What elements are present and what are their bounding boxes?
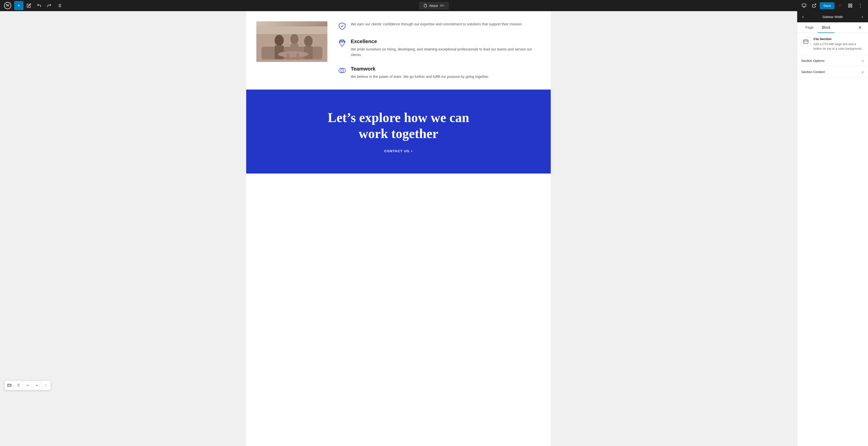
sidebar: ‹ Sidebar Width › Page Block ✕ Cta Secti… xyxy=(797,11,868,446)
section-options-accordion: Section Options ∨ xyxy=(797,55,868,66)
excellence-description: We pride ourselves on hiring, developing… xyxy=(351,46,535,58)
svg-point-19 xyxy=(290,34,299,44)
wp-logo-circle: W xyxy=(4,2,11,9)
undo-button[interactable] xyxy=(34,1,44,10)
save-button[interactable]: Save xyxy=(820,2,835,9)
teamwork-icon xyxy=(338,66,347,75)
teamwork-description: We believe in the power of team. We go f… xyxy=(351,74,489,79)
content-section: We earn our clients' confidence through … xyxy=(246,11,551,90)
block-info: Cta Section Add a CTA with large text an… xyxy=(797,33,868,55)
wp-logo[interactable]: W xyxy=(3,1,12,10)
values-list: We earn our clients' confidence through … xyxy=(338,21,535,79)
trust-value-item: We earn our clients' confidence through … xyxy=(338,21,535,30)
svg-rect-24 xyxy=(287,53,289,60)
sidebar-nav-next-button[interactable]: › xyxy=(860,13,865,20)
section-options-label: Section Options xyxy=(801,59,825,63)
trust-icon xyxy=(338,21,347,30)
cta-link-arrow: › xyxy=(411,149,413,153)
tab-block[interactable]: Block xyxy=(818,22,835,33)
block-name: Cta Section xyxy=(813,37,864,41)
excellence-value-item: Excellence We pride ourselves on hiring,… xyxy=(338,38,535,58)
svg-rect-13 xyxy=(851,6,852,7)
preview-button[interactable] xyxy=(810,1,819,10)
svg-point-21 xyxy=(304,36,313,46)
sidebar-header: ‹ Sidebar Width › xyxy=(797,11,868,22)
content-image xyxy=(256,21,328,62)
more-options-button[interactable]: ⋮ xyxy=(856,1,865,10)
canvas-inner: We earn our clients' confidence through … xyxy=(246,11,551,446)
section-content-chevron: ∨ xyxy=(862,70,864,74)
cta-link[interactable]: CONTACT US › xyxy=(384,149,413,153)
section-options-chevron: ∨ xyxy=(862,59,864,63)
floating-toolbar: ⠿ ⋮ xyxy=(5,381,51,390)
drag-handle-button[interactable]: ⠿ xyxy=(14,381,23,390)
block-type-icon xyxy=(801,37,810,46)
redo-button[interactable] xyxy=(45,1,54,10)
main-area: We earn our clients' confidence through … xyxy=(0,11,868,446)
cta-section: Let’s explore how we can work together C… xyxy=(246,90,551,173)
svg-rect-6 xyxy=(802,4,806,7)
svg-rect-12 xyxy=(848,6,850,7)
add-block-button[interactable]: + xyxy=(14,1,23,10)
excellence-icon xyxy=(338,38,347,48)
section-content-label: Section Content xyxy=(801,70,825,74)
canvas: We earn our clients' confidence through … xyxy=(0,11,797,446)
list-view-button[interactable] xyxy=(55,1,64,10)
svg-point-33 xyxy=(341,68,345,73)
move-up-button[interactable] xyxy=(23,381,32,390)
page-title-button[interactable]: About ⌘K xyxy=(419,2,449,9)
teamwork-title: Teamwork xyxy=(351,66,489,72)
section-content-header[interactable]: Section Content ∨ xyxy=(797,66,868,77)
trust-content: We earn our clients' confidence through … xyxy=(351,21,523,27)
people-image-svg xyxy=(256,26,328,62)
excellence-title: Excellence xyxy=(351,38,535,44)
svg-rect-36 xyxy=(804,40,808,43)
toolbar-center: About ⌘K xyxy=(419,2,449,9)
excellence-content: Excellence We pride ourselves on hiring,… xyxy=(351,38,535,58)
sidebar-nav-prev-button[interactable]: ‹ xyxy=(800,13,806,20)
trust-description: We earn our clients' confidence through … xyxy=(351,21,523,27)
edit-button[interactable] xyxy=(24,1,33,10)
cta-link-label: CONTACT US xyxy=(384,149,409,153)
sidebar-tabs: Page Block ✕ xyxy=(797,22,868,33)
section-options-header[interactable]: Section Options ∨ xyxy=(797,55,868,66)
image-placeholder xyxy=(256,21,328,62)
cta-title: Let’s explore how we can work together xyxy=(322,110,475,141)
svg-line-9 xyxy=(814,4,816,6)
block-type-button[interactable] xyxy=(5,381,14,390)
tab-page[interactable]: Page xyxy=(801,22,818,33)
svg-point-32 xyxy=(339,68,343,73)
view-button[interactable] xyxy=(800,1,809,10)
settings-button[interactable] xyxy=(846,1,855,10)
svg-rect-25 xyxy=(297,53,299,60)
svg-point-17 xyxy=(275,35,284,46)
page-shortcut: ⌘K xyxy=(440,4,444,7)
block-details: Cta Section Add a CTA with large text an… xyxy=(813,37,864,51)
yoast-button[interactable]: Y! xyxy=(836,1,845,10)
svg-point-23 xyxy=(278,51,308,57)
svg-rect-11 xyxy=(851,4,852,5)
sidebar-close-button[interactable]: ✕ xyxy=(856,22,864,33)
teamwork-value-item: Teamwork We believe in the power of team… xyxy=(338,66,535,79)
section-content-accordion: Section Content ∨ xyxy=(797,66,868,77)
teamwork-content: Teamwork We believe in the power of team… xyxy=(351,66,489,79)
toolbar-right: Save Y! ⋮ xyxy=(800,1,865,10)
svg-rect-10 xyxy=(848,4,850,5)
move-down-button[interactable] xyxy=(32,381,41,390)
svg-rect-34 xyxy=(8,384,11,387)
block-description: Add a CTA with large text and a button o… xyxy=(813,42,864,51)
top-toolbar: W + About ⌘K Save Y! ⋮ xyxy=(0,0,868,11)
page-title-text: About xyxy=(429,4,438,8)
sidebar-header-title: Sidebar Width xyxy=(806,15,859,19)
block-options-button[interactable]: ⋮ xyxy=(41,381,51,390)
